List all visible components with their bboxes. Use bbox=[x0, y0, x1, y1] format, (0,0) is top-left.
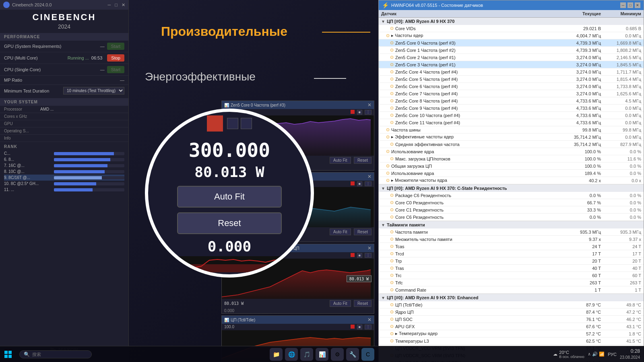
sensor-win-close-2[interactable]: ✕ bbox=[367, 245, 372, 251]
hwinfo-row-2-4[interactable]: ⊙ Trp 20 T 20 T bbox=[379, 257, 644, 265]
sensor-autofit-btn-0[interactable]: Auto Fit bbox=[330, 157, 351, 164]
hwinfo-row-0-6[interactable]: ⊙ Zen5c Core 4 Частота (perf #4) 3,274.0… bbox=[379, 68, 644, 76]
hwinfo-content[interactable]: ▼ ЦП [#0]: AMD Ryzen AI 9 HX 370 ⊙ Core … bbox=[379, 18, 644, 362]
hwinfo-row-1-1[interactable]: ⊙ Core C0 Резидентность 66.7 % 0.0 % bbox=[379, 199, 644, 206]
hwinfo-row-0-9[interactable]: ⊙ Zen5c Core 7 Частота (perf #4) 3,274.0… bbox=[379, 90, 644, 97]
taskbar-app-4[interactable]: 📊 bbox=[316, 348, 328, 361]
sensor-reset-btn-0[interactable]: Reset bbox=[354, 157, 372, 164]
sensor-icon: ⊙ bbox=[386, 33, 390, 38]
sensor-icon: ⊙ bbox=[390, 331, 394, 336]
sensor-graph-btn-1[interactable]: ⋮ bbox=[365, 181, 372, 186]
hwinfo-row-0-1[interactable]: ⊙ ▸ Частоты ядер 4,004.7 МГц 0.0 МГц bbox=[379, 32, 644, 39]
hwinfo-row-0-12[interactable]: ⊙ Zen5c Core 10 Частота (perf #4) 4,733.… bbox=[379, 112, 644, 119]
hwinfo-row-min: 1,733.8 МГц bbox=[601, 84, 641, 89]
hwinfo-row-0-0[interactable]: ⊙ Core VIDs 29.021 B 0.685 B bbox=[379, 25, 644, 32]
taskbar-app-1[interactable]: 📁 bbox=[270, 348, 283, 361]
taskbar-app-6[interactable]: 🔧 bbox=[346, 348, 359, 361]
hwinfo-row-2-7[interactable]: ⊙ Trfc 263 T 263 T bbox=[379, 279, 644, 286]
weather-icon: ☁ bbox=[553, 352, 557, 357]
hwinfo-row-0-3[interactable]: ⊙ Zen5 Core 1 Частота (perf #2) 4,739.3 … bbox=[379, 47, 644, 54]
hwinfo-row-2-8[interactable]: ⊙ Command Rate 1 T 1 T bbox=[379, 286, 644, 294]
taskbar-app-3[interactable]: 🎵 bbox=[300, 348, 313, 361]
cpu-single-start-button[interactable]: Start bbox=[107, 66, 124, 73]
min-test-select[interactable]: 10 minutes (Test Throttling) bbox=[63, 87, 124, 95]
sensor-icon: ⊙ bbox=[390, 309, 394, 315]
hwinfo-row-3-5[interactable]: ⊙ Температуры L3 62.5 °C 41.5 °C bbox=[379, 337, 644, 345]
taskbar-search-bar[interactable]: 🔍 bbox=[19, 350, 92, 358]
hwinfo-group-header-3[interactable]: ▼ ЦП [#0]: AMD Ryzen AI 9 HX 370: Enhanc… bbox=[379, 294, 644, 301]
hwinfo-row-0-19[interactable]: ⊙ Общая загрузка ЦП 100.0 % 0.0 % bbox=[379, 162, 644, 170]
hwinfo-row-1-3[interactable]: ⊙ Core C6 Резидентность 0.0 % 0.0 % bbox=[379, 214, 644, 221]
sensor-autofit-btn-2[interactable]: Auto Fit bbox=[330, 300, 351, 307]
hwinfo-row-0-11[interactable]: ⊙ Zen5c Core 9 Частота (perf #4) 4,733.6… bbox=[379, 105, 644, 112]
hwinfo-row-0-5[interactable]: ⊙ Zen5 Core 3 Частота (perf #1) 3,274.0 … bbox=[379, 61, 644, 68]
sensor-reset-btn-2[interactable]: Reset bbox=[354, 300, 372, 307]
sensor-color-btn-0[interactable]: ■ bbox=[357, 110, 362, 115]
magnify-autofit-button[interactable]: Auto Fit bbox=[177, 186, 282, 208]
sensor-icon: ⊙ bbox=[390, 193, 394, 198]
info-label: Info bbox=[4, 136, 40, 140]
hwinfo-row-2-3[interactable]: ⊙ Trcd 17 T 17 T bbox=[379, 250, 644, 257]
hwinfo-row-3-2[interactable]: ⊙ ЦП SOC 76.1 °C 46.2 °C bbox=[379, 316, 644, 323]
sensor-graph-btn-2[interactable]: ⋮ bbox=[365, 253, 372, 258]
hwinfo-group-header-0[interactable]: ▼ ЦП [#0]: AMD Ryzen AI 9 HX 370 bbox=[379, 18, 644, 25]
taskbar-app-5[interactable]: ⚙ bbox=[331, 348, 344, 361]
taskbar-app-2[interactable]: 🌐 bbox=[285, 348, 298, 361]
sensor-icon: ⊙ bbox=[390, 26, 394, 31]
magnify-reset-button[interactable]: Reset bbox=[177, 212, 282, 234]
hwinfo-row-2-0[interactable]: ⊙ Частота памяти 935.3 МГц 935.3 МГц bbox=[379, 228, 644, 236]
sensor-autofit-btn-1[interactable]: Auto Fit bbox=[330, 228, 351, 235]
hwinfo-row-3-1[interactable]: ⊙ Ядро ЦП 87.4 °C 47.2 °C bbox=[379, 309, 644, 316]
hwinfo-row-1-2[interactable]: ⊙ Core C1 Резидентность 33.3 % 0.0 % bbox=[379, 206, 644, 214]
hwinfo-group-header-2[interactable]: ▼ Тайминги памяти bbox=[379, 221, 644, 228]
search-input[interactable] bbox=[32, 352, 85, 357]
cpu-multi-stop-button[interactable]: Stop bbox=[107, 54, 124, 62]
hwinfo-row-val: 35,714.2 МГц bbox=[561, 142, 601, 147]
hwinfo-row-1-0[interactable]: ⊙ Package C6 Резидентность 0.0 % 0.0 % bbox=[379, 192, 644, 199]
weather-widget: ☁ 20°C В осн. облачно bbox=[553, 350, 584, 359]
hwinfo-row-0-21[interactable]: ⊙ ▸ Множители частоты ядра 40.2 x 0.0 x bbox=[379, 177, 644, 184]
hwinfo-minimize-button[interactable]: ─ bbox=[620, 2, 626, 8]
hwinfo-row-0-13[interactable]: ⊙ Zen5c Core 11 Частота (perf #4) 4,733.… bbox=[379, 119, 644, 126]
hwinfo-row-0-14[interactable]: ⊙ Частота шины 99.8 МГц 99.8 МГц bbox=[379, 126, 644, 134]
hwinfo-maximize-button[interactable]: □ bbox=[627, 2, 633, 8]
hwinfo-row-0-4[interactable]: ⊙ Zen5 Core 2 Частота (perf #1) 3,274.0 … bbox=[379, 54, 644, 61]
sensor-reset-btn-1[interactable]: Reset bbox=[354, 228, 372, 235]
hwinfo-row-2-5[interactable]: ⊙ Tras 40 T 40 T bbox=[379, 265, 644, 272]
hwinfo-row-0-18[interactable]: ⊙ Макс. загрузка ЦП/потоков 100.0 % 11.6… bbox=[379, 155, 644, 162]
hwinfo-row-0-2[interactable]: ⊙ Zen5 Core 0 Частота (perf #3) 4,739.3 … bbox=[379, 39, 644, 47]
sensor-win-close-0[interactable]: ✕ bbox=[367, 102, 372, 108]
hwinfo-row-0-17[interactable]: ⊙ Использование ядра 100.0 % 0.0 % bbox=[379, 148, 644, 155]
start-button[interactable] bbox=[0, 346, 16, 362]
energy-arrow-line bbox=[314, 78, 346, 79]
hwinfo-row-3-3[interactable]: ⊙ APU GFX 67.6 °C 43.1 °C bbox=[379, 323, 644, 330]
sensor-win-close-3[interactable]: ✕ bbox=[367, 317, 372, 323]
taskbar-app-7[interactable]: C bbox=[361, 348, 374, 361]
hwinfo-row-min: 1.8 °C bbox=[601, 331, 641, 336]
hwinfo-row-0-7[interactable]: ⊙ Zen5c Core 5 Частота (perf #4) 3,274.0… bbox=[379, 76, 644, 83]
hwinfo-row-2-1[interactable]: ⊙ Множитель частоты памяти 9.37 x 9.37 x bbox=[379, 236, 644, 243]
hwinfo-group-header-1[interactable]: ▼ ЦП [#0]: AMD Ryzen AI 9 HX 370: C-Stat… bbox=[379, 185, 644, 192]
cinebench-year: 2024 bbox=[0, 23, 128, 33]
sensor-color-btn-1[interactable]: ■ bbox=[357, 181, 362, 186]
hwinfo-row-3-0[interactable]: ⊙ ЦП (Tctl/Tdie) 87.9 °C 49.8 °C bbox=[379, 301, 644, 309]
cinebench-win-minimize[interactable]: ─ bbox=[108, 2, 111, 7]
hwinfo-row-0-20[interactable]: ⊙ Использование ядра 189.4 % 0.0 % bbox=[379, 170, 644, 177]
hwinfo-row-0-10[interactable]: ⊙ Zen5c Core 8 Частота (perf #4) 4,733.6… bbox=[379, 97, 644, 105]
sensor-color-btn-2[interactable]: ■ bbox=[357, 253, 362, 258]
cinebench-win-close[interactable]: ✕ bbox=[122, 2, 125, 8]
hwinfo-row-2-2[interactable]: ⊙ Tcas 24 T 24 T bbox=[379, 243, 644, 250]
sensor-graph-btn-0[interactable]: ⋮ bbox=[365, 110, 372, 115]
sensor-graph-btn-3[interactable]: ⋮ bbox=[365, 325, 372, 329]
hwinfo-close-button[interactable]: ✕ bbox=[635, 2, 640, 8]
hwinfo-row-0-16[interactable]: ⊙ Средняя эффективная частота 35,714.2 М… bbox=[379, 141, 644, 148]
sensor-win-close-1[interactable]: ✕ bbox=[367, 174, 372, 179]
hwinfo-row-0-15[interactable]: ⊙ ▸ Эффективные частоты ядер 35,714.2 МГ… bbox=[379, 134, 644, 141]
hwinfo-row-2-6[interactable]: ⊙ Trc 60 T 60 T bbox=[379, 272, 644, 279]
cpu-multi-label: CPU (Multi Core) bbox=[4, 56, 65, 60]
sensor-color-btn-3[interactable]: ■ bbox=[357, 325, 362, 329]
hwinfo-row-0-8[interactable]: ⊙ Zen5c Core 6 Частота (perf #4) 3,274.0… bbox=[379, 83, 644, 90]
cinebench-win-maximize[interactable]: □ bbox=[115, 2, 118, 7]
gpu-start-button[interactable]: Start bbox=[107, 43, 124, 50]
hwinfo-row-3-4[interactable]: ⊙ ▸ Температуры ядер 57.2 °C 1.8 °C bbox=[379, 330, 644, 337]
